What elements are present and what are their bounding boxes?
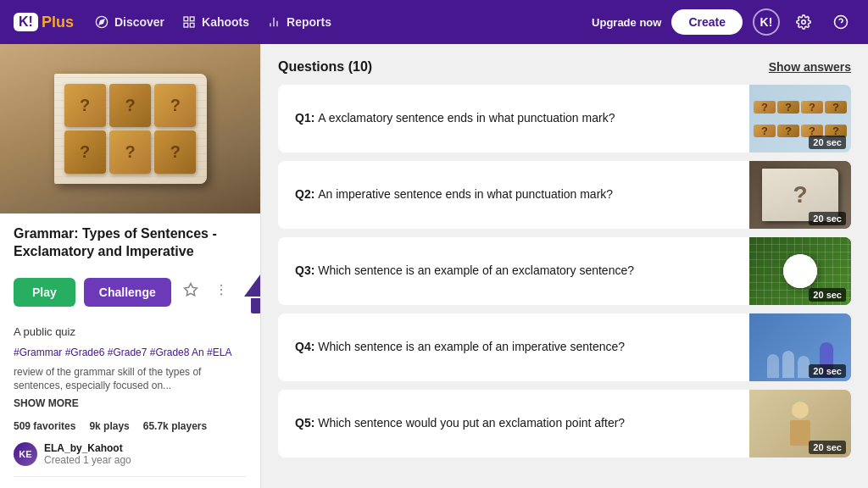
question-text-area: Q4: Which sentence is an example of an i… — [278, 322, 749, 373]
question-card: Q5: Which sentence would you put an excl… — [278, 390, 851, 458]
play-button[interactable]: Play — [14, 278, 75, 307]
logo: K! Plus — [14, 13, 74, 31]
question-text: An imperative sentence ends in what punc… — [318, 187, 613, 201]
author-name: ELA_by_Kahoot — [44, 442, 131, 454]
nav-reports[interactable]: Reports — [266, 14, 331, 30]
sidebar: ? ? ? ? ? ? Grammar: Types of Sentences … — [0, 44, 261, 488]
nav-discover-label: Discover — [114, 15, 164, 29]
question-thumbnail: ? 20 sec — [749, 161, 851, 229]
question-card: Q1: A exclamatory sentence ends in what … — [278, 85, 851, 152]
author: KE ELA_by_Kahoot Created 1 year ago — [14, 442, 247, 466]
question-card: Q2: An imperative sentence ends in what … — [278, 161, 851, 229]
logo-k-badge: K! — [14, 13, 38, 31]
questions-header: Questions (10) Show answers — [278, 44, 851, 85]
sidebar-actions: Play Challenge — [14, 271, 247, 313]
question-text: Which sentence is an example of an excla… — [318, 263, 634, 277]
favorites-count: 509 favorites — [14, 420, 75, 432]
main-content: ? ? ? ? ? ? Grammar: Types of Sentences … — [0, 44, 868, 488]
questions-title: Questions (10) — [278, 59, 372, 75]
nav-kahoots-label: Kahoots — [202, 15, 249, 29]
more-options-button[interactable] — [210, 279, 232, 305]
stats: 509 favorites 9k plays 65.7k players — [14, 420, 247, 432]
share-section: Copy and share this playable link https:… — [14, 476, 247, 488]
question-label: Q1: — [295, 111, 318, 125]
question-label: Q4: — [295, 340, 318, 353]
svg-point-13 — [220, 285, 222, 286]
k-account-button[interactable]: K! — [753, 8, 780, 36]
svg-rect-4 — [184, 23, 188, 27]
author-date: Created 1 year ago — [44, 454, 131, 466]
svg-marker-12 — [184, 284, 197, 296]
svg-point-14 — [220, 289, 222, 291]
questions-panel: Questions (10) Show answers Q1: A exclam… — [261, 44, 868, 488]
author-info: ELA_by_Kahoot Created 1 year ago — [44, 442, 131, 466]
question-text-area: Q2: An imperative sentence ends in what … — [278, 169, 749, 220]
question-thumbnail: 20 sec — [749, 237, 851, 305]
question-card: Q4: Which sentence is an example of an i… — [278, 313, 851, 381]
tags: #Grammar #Grade6 #Grade7 #Grade8 An #ELA — [14, 345, 247, 360]
bar-chart-icon — [266, 14, 281, 30]
nav-kahoots[interactable]: Kahoots — [181, 14, 249, 30]
grid-icon — [181, 14, 197, 30]
svg-rect-3 — [190, 17, 194, 21]
plays-count: 9k plays — [89, 420, 129, 432]
question-time: 20 sec — [809, 364, 846, 378]
sidebar-cover-image: ? ? ? ? ? ? — [0, 44, 260, 214]
question-label: Q2: — [295, 187, 318, 201]
question-text-area: Q3: Which sentence is an example of an e… — [278, 246, 749, 297]
header-right: Upgrade now Create K! — [592, 8, 854, 36]
svg-rect-5 — [190, 23, 194, 27]
show-more-button[interactable]: SHOW MORE — [14, 397, 79, 409]
header: K! Plus Discover Kahoots — [0, 0, 868, 44]
svg-point-15 — [220, 293, 222, 295]
question-time: 20 sec — [809, 212, 846, 225]
question-text: A exclamatory sentence ends in what punc… — [318, 111, 615, 125]
quiz-type-label: A public quiz — [14, 325, 247, 338]
question-time: 20 sec — [809, 288, 846, 302]
question-time: 20 sec — [809, 441, 846, 454]
sidebar-info: Grammar: Types of Sentences - Exclamator… — [0, 214, 260, 488]
question-text: Which sentence is an example of an imper… — [318, 340, 625, 353]
question-thumbnail: ? ? ? ? ? ? ? ? 20 sec — [749, 85, 851, 152]
show-answers-button[interactable]: Show answers — [769, 60, 851, 74]
description: review of the grammar skill of the types… — [14, 365, 247, 394]
author-avatar: KE — [14, 442, 37, 466]
help-button[interactable] — [827, 8, 854, 36]
settings-button[interactable] — [790, 8, 817, 36]
challenge-button[interactable]: Challenge — [84, 278, 171, 307]
question-card: Q3: Which sentence is an example of an e… — [278, 237, 851, 305]
upgrade-button[interactable]: Upgrade now — [592, 16, 661, 29]
question-text-area: Q1: A exclamatory sentence ends in what … — [278, 93, 749, 144]
question-label: Q5: — [295, 416, 318, 430]
svg-point-9 — [802, 20, 806, 25]
svg-rect-2 — [184, 17, 188, 21]
question-label: Q3: — [295, 263, 318, 277]
players-count: 65.7k players — [143, 420, 207, 432]
nav-discover[interactable]: Discover — [94, 14, 164, 30]
question-time: 20 sec — [809, 136, 846, 149]
main-nav: Discover Kahoots Reports — [94, 14, 571, 30]
svg-marker-1 — [99, 19, 104, 25]
sidebar-title: Grammar: Types of Sentences - Exclamator… — [14, 225, 247, 261]
question-text: Which sentence would you put an exclamat… — [318, 416, 625, 430]
logo-plus-text: Plus — [42, 14, 74, 31]
question-text-area: Q5: Which sentence would you put an excl… — [278, 398, 749, 449]
question-thumbnail: 20 sec — [749, 313, 851, 381]
compass-icon — [94, 14, 109, 30]
question-thumbnail: 20 sec — [749, 390, 851, 458]
create-button[interactable]: Create — [671, 9, 743, 35]
nav-reports-label: Reports — [287, 15, 331, 29]
favorite-button[interactable] — [180, 279, 202, 305]
